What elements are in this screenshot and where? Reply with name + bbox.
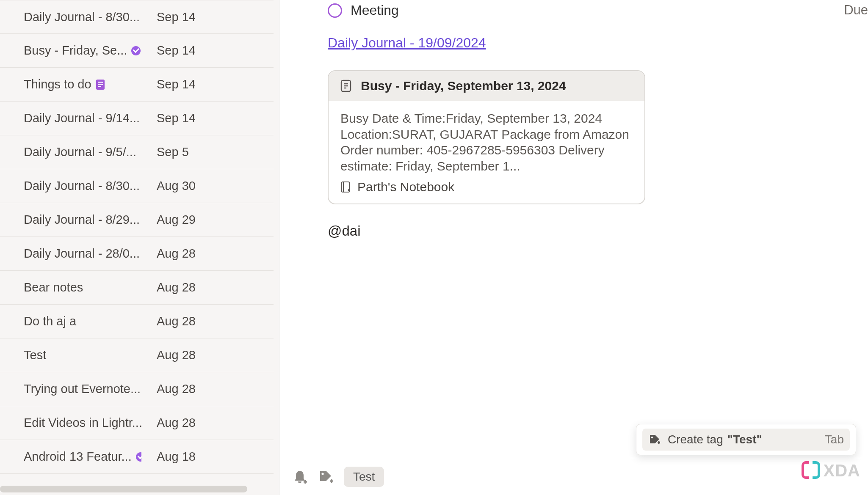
card-header: Busy - Friday, September 13, 2024 [329,71,644,101]
note-title: Daily Journal - 9/5/... [24,145,141,159]
note-date: Aug 28 [157,247,196,261]
note-row[interactable]: Edit Videos in Lightr...Aug 28 [0,406,274,440]
note-date: Sep 14 [157,111,196,125]
svg-point-16 [321,473,323,475]
due-label: Due [844,3,868,18]
note-title: Daily Journal - 8/29... [24,213,141,227]
note-row[interactable]: Android 13 Featur...Aug 18 [0,440,274,474]
xda-logo-icon [801,460,821,481]
note-row[interactable]: Things to doSep 14 [0,68,274,102]
note-row[interactable]: Busy - Friday, Se...Sep 14 [0,34,274,68]
note-date: Aug 28 [157,382,196,396]
note-title: Daily Journal - 9/14... [24,111,141,125]
note-title: Edit Videos in Lightr... [24,416,141,430]
linked-note-card[interactable]: Busy - Friday, September 13, 2024 Busy D… [328,70,645,204]
note-date: Aug 28 [157,280,196,294]
note-title: Daily Journal - 8/30... [24,179,141,193]
note-title: Android 13 Featur... [24,450,141,464]
card-body: Busy Date & Time:Friday, September 13, 2… [329,101,644,178]
notebook-name: Parth's Notebook [357,180,454,194]
note-row[interactable]: Daily Journal - 8/30...Aug 30 [0,169,274,203]
tag-input-chip[interactable]: Test [344,467,384,487]
horizontal-scrollbar[interactable] [0,486,247,492]
note-title: Test [24,348,141,362]
editor-bottom-bar: Test [279,458,868,495]
note-row[interactable]: Trying out Evernote...Aug 28 [0,372,274,406]
tag-add-icon [648,433,661,446]
card-snippet: Busy Date & Time:Friday, September 13, 2… [340,110,633,174]
tag-suggestion-shortcut: Tab [825,433,844,446]
note-row[interactable]: Daily Journal - 9/14...Sep 14 [0,102,274,135]
note-date: Aug 28 [157,314,196,328]
note-date: Aug 18 [157,450,196,464]
note-date: Aug 28 [157,348,196,362]
note-title: Do th aj a [24,314,141,328]
note-row[interactable]: Daily Journal - 8/30...Sep 14 [0,0,274,34]
svg-rect-2 [98,84,103,85]
note-date: Sep 14 [157,10,196,24]
note-row[interactable]: TestAug 28 [0,338,274,372]
note-title: Trying out Evernote... [24,382,141,396]
note-title: Daily Journal - 8/30... [24,10,141,24]
add-tag-icon[interactable] [318,468,334,485]
card-title: Busy - Friday, September 13, 2024 [361,79,566,93]
note-icon [340,80,351,92]
card-footer: Parth's Notebook [329,178,644,204]
note-row[interactable]: Daily Journal - 28/0...Aug 28 [0,237,274,271]
xda-watermark: XDA [801,460,860,481]
template-note-icon [96,79,105,90]
notebook-icon [340,181,351,193]
notes-list: Daily Journal - 8/30...Sep 14Busy - Frid… [0,0,274,474]
note-title: Busy - Friday, Se... [24,44,141,58]
task-checkbox[interactable] [328,3,342,18]
note-title: Bear notes [24,280,141,294]
note-row[interactable]: Bear notesAug 28 [0,271,274,305]
xda-text: XDA [824,461,860,480]
add-reminder-icon[interactable] [291,468,308,485]
shared-check-icon [131,46,141,55]
note-row[interactable]: Daily Journal - 8/29...Aug 29 [0,203,274,237]
editor-content[interactable]: Due Meeting Daily Journal - 19/09/2024 B… [279,0,868,458]
editor-pane: Due Meeting Daily Journal - 19/09/2024 B… [279,0,868,495]
svg-rect-1 [98,82,103,83]
svg-point-11 [651,437,653,439]
checkbox-row: Meeting [328,3,868,18]
note-row[interactable]: Daily Journal - 9/5/...Sep 5 [0,135,274,169]
tag-suggestion-popup: Create tag "Test" Tab [636,424,856,455]
mention-typing[interactable]: @dai [328,223,868,239]
task-label[interactable]: Meeting [351,3,399,18]
notes-sidebar: Daily Journal - 8/30...Sep 14Busy - Frid… [0,0,279,495]
note-date: Aug 28 [157,416,196,430]
note-title: Daily Journal - 28/0... [24,247,141,261]
note-date: Sep 14 [157,77,196,91]
note-row[interactable]: Do th aj aAug 28 [0,305,274,338]
tag-suggestion-text: Create tag "Test" [668,433,818,446]
note-date: Aug 29 [157,213,196,227]
svg-rect-3 [98,86,101,87]
shared-check-icon [136,452,141,462]
note-date: Aug 30 [157,179,196,193]
internal-note-link[interactable]: Daily Journal - 19/09/2024 [328,35,486,51]
note-date: Sep 5 [157,145,189,159]
tag-suggestion-item[interactable]: Create tag "Test" Tab [642,429,850,451]
note-title: Things to do [24,77,141,91]
note-date: Sep 14 [157,44,196,58]
